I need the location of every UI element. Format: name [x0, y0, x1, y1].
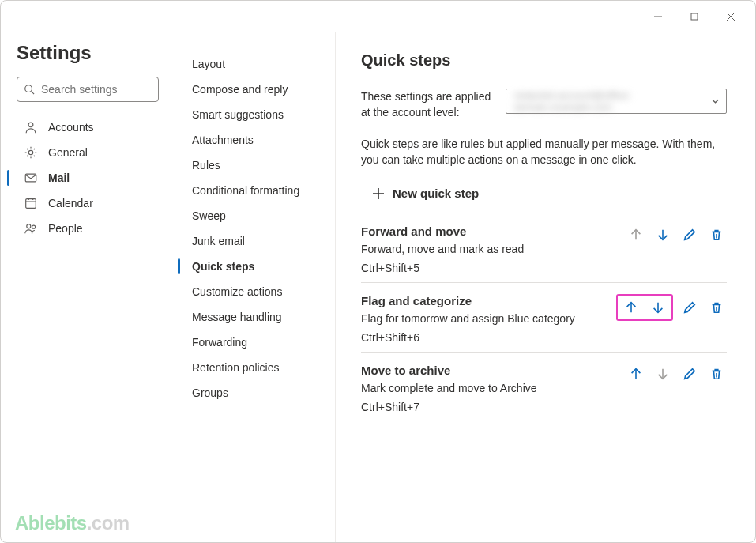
subnav-item-retention-policies[interactable]: Retention policies [184, 355, 325, 380]
svg-point-4 [25, 85, 32, 92]
quick-step-shortcut: Ctrl+Shift+6 [361, 331, 607, 344]
edit-button[interactable] [679, 224, 700, 245]
nav-item-label: Mail [48, 172, 70, 184]
move-down-button [653, 364, 673, 384]
search-settings-wrap [17, 77, 159, 102]
svg-rect-9 [26, 199, 36, 209]
settings-sidebar: Settings AccountsGeneralMailCalendarPeop… [1, 32, 171, 542]
watermark-suffix: .com [87, 512, 130, 534]
people-icon [23, 221, 39, 236]
quick-step-shortcut: Ctrl+Shift+7 [361, 401, 616, 413]
subnav-item-smart-suggestions[interactable]: Smart suggestions [184, 102, 325, 127]
nav-item-mail[interactable]: Mail [17, 165, 159, 190]
maximize-button[interactable] [676, 4, 713, 29]
plus-icon [372, 187, 385, 200]
subnav-item-attachments[interactable]: Attachments [184, 127, 325, 153]
mail-subnav: LayoutCompose and replySmart suggestions… [171, 32, 336, 542]
nav-item-label: Accounts [48, 121, 94, 134]
subnav-item-forwarding[interactable]: Forwarding [184, 330, 325, 355]
reorder-highlight [616, 294, 673, 321]
nav-item-label: People [48, 222, 83, 235]
edit-button[interactable] [679, 364, 700, 384]
delete-button[interactable] [706, 364, 727, 384]
move-down-button[interactable] [653, 224, 673, 245]
subnav-item-junk-email[interactable]: Junk email [184, 228, 325, 254]
svg-point-13 [27, 224, 31, 228]
person-icon [23, 119, 39, 135]
nav-item-general[interactable]: General [17, 140, 159, 165]
move-up-button [626, 224, 646, 245]
minimize-button[interactable] [640, 4, 676, 29]
chevron-down-icon [711, 96, 720, 106]
settings-nav-list: AccountsGeneralMailCalendarPeople [17, 115, 159, 241]
nav-item-calendar[interactable]: Calendar [17, 190, 159, 216]
svg-point-6 [28, 123, 33, 127]
watermark: Ablebits.com [15, 512, 130, 534]
quick-step-description: Mark complete and move to Archive [361, 382, 616, 394]
svg-point-7 [28, 150, 32, 154]
quick-step-shortcut: Ctrl+Shift+5 [361, 262, 616, 274]
applied-level-row: These settings are applied at the accoun… [361, 89, 727, 120]
quick-step-title: Forward and move [361, 224, 616, 238]
quick-step-title: Flag and categorize [361, 294, 607, 307]
move-down-button[interactable] [648, 297, 668, 318]
subnav-item-groups[interactable]: Groups [184, 380, 325, 405]
svg-point-14 [32, 225, 36, 228]
nav-item-label: General [48, 146, 88, 159]
subnav-item-conditional-formatting[interactable]: Conditional formatting [184, 178, 325, 203]
svg-line-5 [32, 92, 35, 95]
quick-step-item: Move to archiveMark complete and move to… [361, 352, 727, 421]
quick-step-description: Forward, move and mark as read [361, 243, 616, 255]
quick-step-item: Flag and categorizeFlag for tomorrow and… [361, 282, 727, 352]
subnav-item-customize-actions[interactable]: Customize actions [184, 279, 325, 304]
nav-item-accounts[interactable]: Accounts [17, 115, 159, 140]
search-icon [24, 84, 35, 95]
watermark-brand: Ablebits [15, 512, 87, 534]
quick-steps-list: Forward and moveForward, move and mark a… [361, 213, 727, 421]
svg-rect-8 [25, 174, 36, 182]
nav-item-label: Calendar [48, 197, 93, 209]
svg-rect-1 [691, 13, 698, 20]
quick-step-item: Forward and moveForward, move and mark a… [361, 213, 727, 282]
quick-steps-description: Quick steps are like rules but applied m… [361, 136, 727, 168]
mail-icon [23, 170, 39, 186]
new-quick-step-button[interactable]: New quick step [361, 182, 727, 205]
search-settings-input[interactable] [17, 77, 159, 102]
edit-button[interactable] [679, 297, 700, 318]
quick-step-title: Move to archive [361, 364, 616, 377]
move-up-button[interactable] [621, 297, 641, 318]
move-up-button[interactable] [626, 364, 646, 384]
delete-button[interactable] [706, 297, 727, 318]
gear-icon [23, 145, 39, 160]
new-quick-step-label: New quick step [393, 187, 479, 200]
quick-step-actions [616, 364, 727, 384]
mail-subnav-list: LayoutCompose and replySmart suggestions… [184, 51, 325, 405]
subnav-item-sweep[interactable]: Sweep [184, 203, 325, 228]
page-title: Quick steps [361, 51, 727, 70]
settings-title: Settings [17, 42, 159, 64]
quick-step-actions [616, 224, 727, 245]
subnav-item-rules[interactable]: Rules [184, 153, 325, 178]
close-button[interactable] [713, 4, 749, 29]
subnav-item-quick-steps[interactable]: Quick steps [184, 254, 325, 279]
delete-button[interactable] [706, 224, 727, 245]
titlebar [1, 1, 755, 32]
subnav-item-compose-and-reply[interactable]: Compose and reply [184, 77, 325, 102]
quick-step-description: Flag for tomorrow and assign Blue catego… [361, 312, 607, 325]
applied-level-label: These settings are applied at the accoun… [361, 89, 491, 120]
quick-step-actions [607, 294, 727, 321]
calendar-icon [23, 195, 39, 211]
nav-item-people[interactable]: People [17, 216, 159, 241]
account-dropdown-value: redacted.account@office-domain.example.c… [514, 89, 711, 113]
subnav-item-message-handling[interactable]: Message handling [184, 304, 325, 330]
account-dropdown[interactable]: redacted.account@office-domain.example.c… [506, 89, 727, 114]
quick-steps-panel: Quick steps These settings are applied a… [336, 32, 755, 542]
subnav-item-layout[interactable]: Layout [184, 51, 325, 77]
